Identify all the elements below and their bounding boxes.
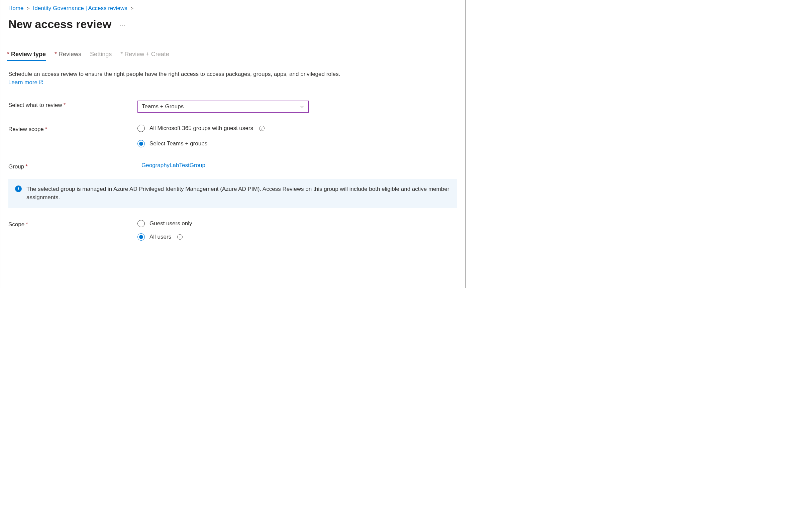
learn-more-link[interactable]: Learn more bbox=[8, 79, 43, 86]
tab-review-create: Review + Create bbox=[120, 51, 169, 61]
info-icon[interactable]: i bbox=[177, 234, 183, 240]
select-what-to-review-dropdown[interactable]: Teams + Groups bbox=[138, 100, 309, 113]
label-select-what-to-review: Select what to review* bbox=[8, 100, 138, 109]
tabs: Review type Reviews Settings Review + Cr… bbox=[7, 51, 457, 61]
chevron-down-icon bbox=[300, 104, 304, 109]
radio-guest-users-only[interactable]: Guest users only bbox=[138, 220, 457, 227]
radio-all-users[interactable]: All users i bbox=[138, 233, 457, 241]
radio-label: All Microsoft 365 groups with guest user… bbox=[149, 125, 253, 132]
tab-settings: Settings bbox=[90, 51, 112, 61]
radio-label: Guest users only bbox=[149, 220, 192, 227]
radio-circle-icon bbox=[138, 140, 145, 147]
info-icon[interactable]: i bbox=[259, 126, 264, 131]
info-banner: i The selected group is managed in Azure… bbox=[8, 179, 457, 208]
radio-label: All users bbox=[149, 234, 171, 240]
learn-more-label: Learn more bbox=[8, 79, 37, 86]
radio-circle-icon bbox=[138, 125, 145, 132]
breadcrumb-separator: > bbox=[27, 6, 29, 11]
dropdown-value: Teams + Groups bbox=[142, 103, 183, 110]
radio-label: Select Teams + groups bbox=[149, 140, 207, 147]
radio-all-m365-groups[interactable]: All Microsoft 365 groups with guest user… bbox=[138, 125, 457, 132]
radio-circle-icon bbox=[138, 220, 145, 227]
radio-circle-icon bbox=[138, 233, 145, 241]
breadcrumb-separator: > bbox=[131, 6, 134, 11]
breadcrumb-home[interactable]: Home bbox=[8, 5, 23, 12]
info-banner-text: The selected group is managed in Azure A… bbox=[26, 185, 451, 202]
info-banner-icon: i bbox=[15, 185, 22, 192]
more-actions-icon[interactable]: ··· bbox=[119, 22, 125, 29]
group-link[interactable]: GeographyLabTestGroup bbox=[138, 162, 205, 169]
label-review-scope: Review scope* bbox=[8, 125, 138, 133]
radio-select-teams-groups[interactable]: Select Teams + groups bbox=[138, 140, 457, 147]
intro-text: Schedule an access review to ensure the … bbox=[8, 70, 457, 79]
page-title: New access review bbox=[8, 18, 111, 31]
tab-review-type[interactable]: Review type bbox=[7, 51, 46, 61]
label-group: Group* bbox=[8, 162, 138, 170]
external-link-icon bbox=[39, 80, 43, 85]
breadcrumb-identity-governance[interactable]: Identity Governance | Access reviews bbox=[33, 5, 127, 12]
breadcrumb: Home > Identity Governance | Access revi… bbox=[8, 5, 457, 12]
tab-reviews[interactable]: Reviews bbox=[55, 51, 81, 61]
label-scope: Scope* bbox=[8, 220, 138, 228]
